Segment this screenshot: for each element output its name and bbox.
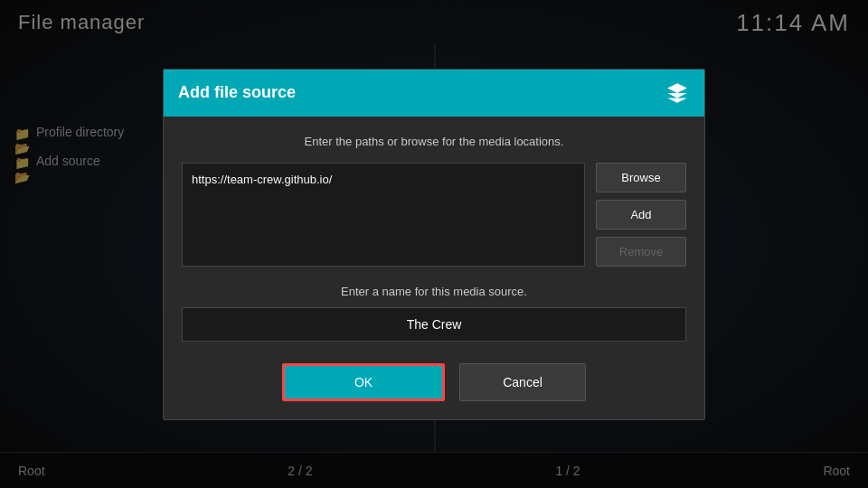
dialog-body: Enter the paths or browse for the media … — [164, 117, 704, 419]
source-list[interactable]: https://team-crew.github.io/ — [182, 163, 585, 267]
source-row: https://team-crew.github.io/ Browse Add … — [182, 163, 686, 267]
add-file-source-dialog: Add file source Enter the paths or brows… — [163, 69, 705, 420]
dialog-actions: OK Cancel — [182, 363, 686, 401]
source-url: https://team-crew.github.io/ — [192, 173, 332, 186]
dialog-description: Enter the paths or browse for the media … — [182, 135, 686, 148]
dialog-title: Add file source — [178, 83, 296, 102]
kodi-logo-icon — [665, 80, 690, 106]
cancel-button[interactable]: Cancel — [459, 363, 586, 401]
name-label: Enter a name for this media source. — [182, 285, 686, 298]
source-buttons: Browse Add Remove — [596, 163, 686, 267]
remove-button[interactable]: Remove — [596, 237, 686, 267]
ok-button[interactable]: OK — [282, 363, 445, 401]
modal-overlay: Add file source Enter the paths or brows… — [0, 0, 868, 488]
add-button[interactable]: Add — [596, 200, 686, 230]
dialog-header: Add file source — [164, 70, 704, 117]
browse-button[interactable]: Browse — [596, 163, 686, 192]
name-input[interactable] — [182, 307, 686, 342]
